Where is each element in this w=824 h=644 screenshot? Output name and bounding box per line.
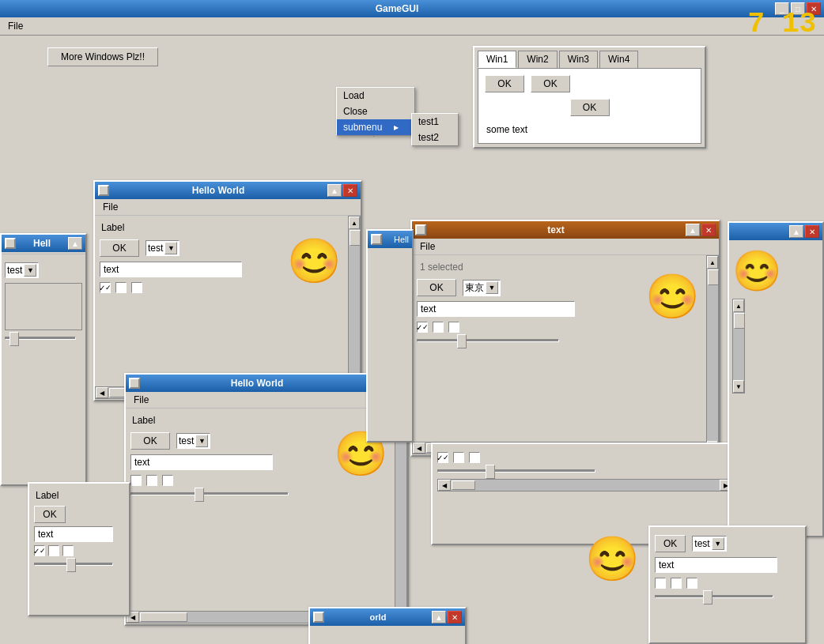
- load-menu-item[interactable]: Load: [337, 88, 414, 104]
- hw1-dropdown[interactable]: test ▼: [146, 240, 180, 256]
- hw2-checkbox-1[interactable]: [130, 475, 142, 486]
- hw1-close-button[interactable]: ✕: [343, 184, 357, 197]
- brw-ok-button[interactable]: OK: [655, 535, 686, 552]
- tab-win4[interactable]: Win4: [599, 51, 638, 68]
- hw1-scroll-left[interactable]: ◀: [96, 387, 108, 398]
- hello-world-window-1: Hello World ▲ ✕ File ▲ ▼ Label OK test ▼: [93, 180, 362, 401]
- pbw-scroll-left[interactable]: ◀: [438, 480, 451, 491]
- hw2-checkbox-3[interactable]: [162, 475, 173, 486]
- rpw-scrollbar-v[interactable]: ▲ ▼: [732, 299, 745, 394]
- hw1-file-menu[interactable]: File: [98, 200, 123, 214]
- hw2-slider-track[interactable]: [130, 492, 289, 495]
- tw-text-input[interactable]: [417, 301, 575, 317]
- pbw-content: ✓ ◀ ▶: [433, 444, 738, 496]
- lw-slider-track[interactable]: [34, 563, 113, 566]
- brw-checkbox-3[interactable]: [686, 578, 697, 589]
- partial-window-mid: Hell: [366, 229, 414, 443]
- hw2-text-input[interactable]: [130, 454, 273, 470]
- tw-checkbox-1[interactable]: ✓: [417, 322, 428, 333]
- tab-win3[interactable]: Win3: [559, 51, 598, 68]
- lw-checkbox-1[interactable]: ✓: [34, 545, 45, 556]
- hw3-shade-button[interactable]: ▲: [432, 611, 446, 623]
- brw-dropdown-arrow: ▼: [712, 537, 724, 550]
- pbw-slider-track[interactable]: [437, 469, 595, 473]
- tab-ok-button-1[interactable]: OK: [485, 75, 524, 92]
- tw-shade-button[interactable]: ▲: [686, 224, 700, 236]
- file-menu-item[interactable]: File: [3, 19, 28, 33]
- bottom-right-window: OK test ▼: [648, 525, 807, 644]
- test2-menu-item[interactable]: test2: [412, 130, 458, 145]
- lw-checkbox-2[interactable]: [48, 545, 59, 556]
- hw1-ok-button[interactable]: OK: [100, 239, 139, 257]
- hw3-close-button[interactable]: ✕: [448, 611, 462, 623]
- tw-titlebar: text ▲ ✕: [412, 221, 719, 239]
- tw-checkbox-2[interactable]: [433, 322, 444, 333]
- tw-slider-track[interactable]: [417, 339, 559, 342]
- hw2-slider-thumb: [195, 488, 204, 502]
- hw2-ok-button[interactable]: OK: [130, 432, 170, 450]
- pbw-checkbox-2[interactable]: [453, 452, 464, 463]
- hw1-controls: ▲ ✕: [327, 184, 357, 197]
- lw-checkbox-3[interactable]: [62, 545, 74, 556]
- lw-content: Label OK ✓: [29, 484, 129, 577]
- tw-scroll-left[interactable]: ◀: [413, 443, 425, 454]
- brw-checkbox-1[interactable]: [655, 578, 666, 589]
- hw1-scrollbar-v[interactable]: ▲ ▼: [348, 216, 361, 399]
- brw-text-input[interactable]: [655, 557, 777, 573]
- pbw-checkbox-1[interactable]: ✓: [437, 452, 448, 463]
- pbw-checkbox-3[interactable]: [469, 452, 480, 463]
- right-partial-window: ▲ ✕ 😊 ▲ ▼: [728, 221, 824, 537]
- tab-ok-button-2[interactable]: OK: [531, 75, 570, 92]
- pw-dropdown[interactable]: test ▼: [5, 262, 39, 278]
- tw-file-menu[interactable]: File: [415, 239, 440, 254]
- hw1-content: ▲ ▼ Label OK test ▼ 😊: [95, 216, 361, 399]
- brw-dropdown[interactable]: test ▼: [692, 536, 726, 552]
- rpw-scroll-up[interactable]: ▲: [733, 299, 744, 312]
- hw1-shade-button[interactable]: ▲: [327, 184, 342, 197]
- tab-ok-button-3[interactable]: OK: [570, 99, 610, 116]
- pw-dropdown-arrow: ▼: [24, 264, 36, 277]
- test1-menu-item[interactable]: test1: [412, 114, 458, 130]
- pbw-scrollbar-h[interactable]: ◀ ▶: [437, 479, 733, 491]
- pmid-label: [369, 250, 410, 253]
- hw1-scroll-thumb: [350, 230, 361, 246]
- hw1-checkbox-1[interactable]: ✓: [100, 282, 111, 293]
- hw3-title-partial: orld ▲ ✕: [308, 607, 467, 644]
- tw-dropdown[interactable]: 東京 ▼: [463, 280, 501, 296]
- hw1-text-input[interactable]: [100, 262, 242, 277]
- lw-text-input[interactable]: [34, 526, 113, 542]
- pbw-slider-row: [437, 469, 733, 473]
- pw-slider-track[interactable]: [5, 337, 76, 340]
- tw-dropdown-arrow: ▼: [486, 281, 498, 294]
- tw-controls: ▲ ✕: [686, 224, 716, 236]
- brw-checkbox-2[interactable]: [671, 578, 682, 589]
- rpw-shade-button[interactable]: ▲: [789, 225, 803, 238]
- tw-ok-button[interactable]: OK: [417, 279, 456, 296]
- lw-ok-button[interactable]: OK: [34, 506, 66, 523]
- hw2-checkbox-2[interactable]: [146, 475, 157, 486]
- tw-scrollbar-v[interactable]: ▲ ▼: [706, 255, 719, 454]
- submenu-menu-item[interactable]: submenu ▶: [337, 119, 414, 135]
- brw-slider-row: [655, 595, 800, 598]
- rpw-close-button[interactable]: ✕: [805, 225, 819, 238]
- tab-win1[interactable]: Win1: [478, 51, 516, 68]
- hw2-dropdown[interactable]: test ▼: [176, 433, 210, 449]
- hw1-checkbox-2[interactable]: [115, 282, 127, 293]
- hw2-slider-row: [130, 492, 388, 495]
- tw-close-button[interactable]: ✕: [701, 224, 716, 236]
- tab-win2[interactable]: Win2: [518, 51, 557, 68]
- more-windows-button[interactable]: More Windows Plz!!: [47, 47, 158, 66]
- lw-label: Label: [34, 488, 124, 503]
- pw-shade-button[interactable]: ▲: [68, 237, 82, 250]
- hw2-file-menu[interactable]: File: [129, 393, 153, 407]
- hw1-scroll-up[interactable]: ▲: [349, 217, 360, 229]
- brw-slider-track[interactable]: [655, 595, 773, 598]
- close-menu-item[interactable]: Close: [337, 104, 414, 119]
- hw2-titlebar: Hello World ▲ ✕: [126, 375, 407, 392]
- hw1-checkbox-3[interactable]: [131, 282, 142, 293]
- rpw-scroll-down[interactable]: ▼: [733, 380, 744, 393]
- app-title: GameGUI: [19, 3, 775, 14]
- tw-checkbox-3[interactable]: [448, 322, 459, 333]
- tw-scroll-up[interactable]: ▲: [707, 256, 718, 269]
- brw-checkboxes: [655, 578, 800, 589]
